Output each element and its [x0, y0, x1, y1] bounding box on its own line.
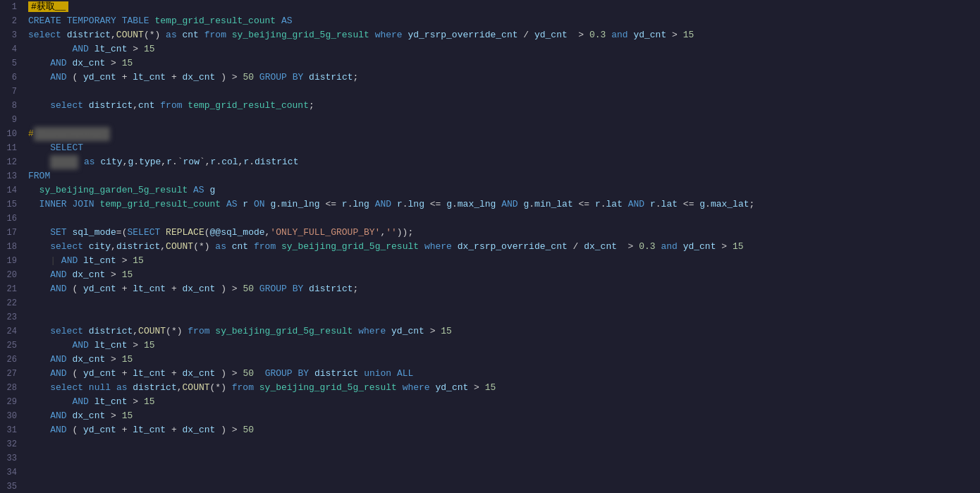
ln-17: 17 [3, 226, 17, 240]
code-line-25: AND lt_cnt > 15 [28, 339, 980, 353]
ln-12: 12 [3, 155, 17, 169]
ln-25: 25 [3, 339, 17, 353]
ln-23: 23 [3, 310, 17, 324]
ln-22: 22 [3, 296, 17, 310]
code-line-14: sy_beijing_garden_5g_result AS g [28, 183, 980, 197]
ln-14: 14 [3, 183, 17, 197]
code-line-21: AND ( yd_cnt + lt_cnt + dx_cnt ) > 50 GR… [28, 282, 980, 296]
code-line-5: AND dx_cnt > 15 [28, 56, 980, 71]
code-line-11: SELECT [28, 141, 980, 155]
ln-13: 13 [3, 169, 17, 183]
ln-30: 30 [3, 409, 17, 423]
ln-3: 3 [3, 28, 17, 42]
code-line-27: AND ( yd_cnt + lt_cnt + dx_cnt ) > 50 GR… [28, 367, 980, 381]
code-line-10: #文字获取结果列表 [28, 127, 980, 141]
code-line-24: select district,COUNT(*) from sy_beijing… [28, 324, 980, 339]
code-line-19: | AND lt_cnt > 15 [28, 254, 980, 268]
code-line-8: select district,cnt from temp_grid_resul… [28, 99, 980, 113]
code-line-20: AND dx_cnt > 15 [28, 268, 980, 282]
code-line-35 [28, 480, 980, 493]
ln-6: 6 [3, 71, 17, 85]
code-line-18: select city,district,COUNT(*) as cnt fro… [28, 240, 980, 254]
ln-16: 16 [3, 212, 17, 226]
code-line-4: AND lt_cnt > 15 [28, 42, 980, 56]
code-line-17: SET sql_mode=(SELECT REPLACE(@@sql_mode,… [28, 226, 980, 240]
ln-5: 5 [3, 56, 17, 71]
code-line-33 [28, 451, 980, 465]
ln-7: 7 [3, 85, 17, 99]
code-line-28: select null as district,COUNT(*) from sy… [28, 381, 980, 395]
ln-18: 18 [3, 240, 17, 254]
ln-2: 2 [3, 14, 17, 28]
ln-26: 26 [3, 353, 17, 367]
ln-35: 35 [3, 480, 17, 493]
code-line-15: INNER JOIN temp_grid_result_count AS r O… [28, 197, 980, 212]
ln-32: 32 [3, 437, 17, 451]
ln-28: 28 [3, 381, 17, 395]
ln-4: 4 [3, 42, 17, 56]
ln-19: 19 [3, 254, 17, 268]
code-content[interactable]: #获取__ CREATE TEMPORARY TABLE temp_grid_r… [23, 0, 980, 493]
ln-8: 8 [3, 99, 17, 113]
code-line-13: FROM [28, 169, 980, 183]
ln-27: 27 [3, 367, 17, 381]
code-line-16 [28, 212, 980, 226]
code-line-12: as city,g.type,r.`row`,r.col,r.district [28, 155, 980, 169]
ln-20: 20 [3, 268, 17, 282]
code-line-6: AND ( yd_cnt + lt_cnt + dx_cnt ) > 50 GR… [28, 71, 980, 85]
ln-21: 21 [3, 282, 17, 296]
code-line-7 [28, 85, 980, 99]
line-numbers: 1 2 3 4 5 6 7 8 9 10 11 12 13 14 15 16 1… [0, 0, 23, 493]
ln-29: 29 [3, 395, 17, 409]
code-line-29: AND lt_cnt > 15 [28, 395, 980, 409]
ln-10: 10 [3, 127, 17, 141]
code-line-23 [28, 310, 980, 324]
code-line-3: select district,COUNT(*) as cnt from sy_… [28, 28, 980, 42]
code-line-34 [28, 465, 980, 480]
ln-9: 9 [3, 113, 17, 127]
code-line-22 [28, 296, 980, 310]
ln-1: 1 [3, 0, 17, 14]
code-line-1: #获取__ [28, 0, 980, 14]
ln-34: 34 [3, 465, 17, 480]
ln-24: 24 [3, 324, 17, 339]
code-line-30: AND dx_cnt > 15 [28, 409, 980, 423]
code-line-32 [28, 437, 980, 451]
code-line-9 [28, 113, 980, 127]
code-editor: 1 2 3 4 5 6 7 8 9 10 11 12 13 14 15 16 1… [0, 0, 980, 493]
ln-15: 15 [3, 197, 17, 212]
ln-11: 11 [3, 141, 17, 155]
code-line-2: CREATE TEMPORARY TABLE temp_grid_result_… [28, 14, 980, 28]
ln-31: 31 [3, 423, 17, 437]
ln-33: 33 [3, 451, 17, 465]
code-line-26: AND dx_cnt > 15 [28, 353, 980, 367]
code-line-31: AND ( yd_cnt + lt_cnt + dx_cnt ) > 50 [28, 423, 980, 437]
